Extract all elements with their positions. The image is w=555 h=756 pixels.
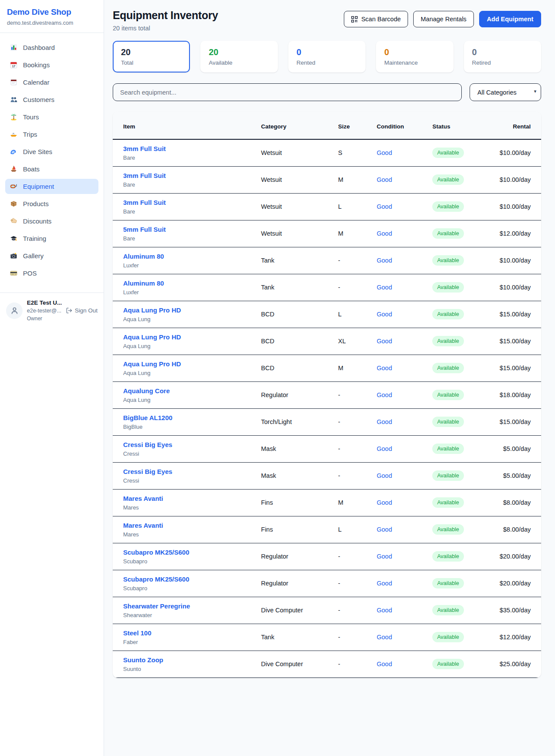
item-condition-link[interactable]: Good — [377, 176, 392, 183]
item-name-link[interactable]: Aluminum 80 — [123, 253, 164, 260]
category-select[interactable]: All Categories — [470, 83, 541, 101]
column-header-status: Status — [425, 112, 485, 139]
item-condition-link[interactable]: Good — [377, 338, 392, 345]
add-equipment-button[interactable]: Add Equipment — [479, 11, 541, 27]
sidebar-item-boats[interactable]: Boats — [5, 161, 98, 177]
item-name-link[interactable]: Aluminum 80 — [123, 279, 164, 287]
sidebar-item-training[interactable]: Training — [5, 231, 98, 246]
item-condition-link[interactable]: Good — [377, 472, 392, 479]
item-name-link[interactable]: Suunto Zoop — [123, 656, 163, 664]
sidebar-item-label: Boats — [23, 165, 39, 173]
sidebar-item-label: Customers — [23, 96, 55, 103]
item-condition-link[interactable]: Good — [377, 445, 392, 452]
item-category: Fins — [254, 489, 331, 516]
item-condition-link[interactable]: Good — [377, 365, 392, 371]
item-name-link[interactable]: BigBlue AL1200 — [123, 414, 173, 421]
item-condition-link[interactable]: Good — [377, 526, 392, 533]
table-row: 3mm Full SuitBareWetsuitMGoodAvailable$1… — [113, 166, 541, 193]
item-condition-link[interactable]: Good — [377, 284, 392, 291]
item-name-link[interactable]: Steel 100 — [123, 629, 151, 637]
sidebar-item-gallery[interactable]: Gallery — [5, 248, 98, 263]
item-name-link[interactable]: Scubapro MK25/S600 — [123, 549, 189, 556]
item-condition-link[interactable]: Good — [377, 553, 392, 560]
stat-card-available[interactable]: 20Available — [200, 41, 278, 72]
table-row: BigBlue AL1200BigBlueTorch/Light-GoodAva… — [113, 408, 541, 435]
item-condition-link[interactable]: Good — [377, 499, 392, 506]
search-input[interactable] — [113, 83, 462, 101]
item-category: Torch/Light — [254, 408, 331, 435]
sidebar-item-dashboard[interactable]: Dashboard — [5, 40, 98, 55]
item-condition-link[interactable]: Good — [377, 203, 392, 210]
item-name-link[interactable]: 5mm Full Suit — [123, 226, 166, 233]
table-row: Mares AvantiMaresFinsLGoodAvailable$8.00… — [113, 516, 541, 543]
item-name-link[interactable]: Mares Avanti — [123, 522, 163, 529]
column-header-item: Item — [113, 112, 254, 139]
item-name-link[interactable]: 3mm Full Suit — [123, 172, 166, 179]
item-rental-price: $12.00/day — [486, 624, 541, 651]
item-name-link[interactable]: Cressi Big Eyes — [123, 468, 172, 475]
item-brand: Faber — [123, 639, 247, 645]
status-badge: Available — [432, 174, 464, 185]
bar-chart-icon — [10, 44, 18, 51]
stat-value-available: 20 — [209, 47, 269, 57]
status-badge: Available — [432, 309, 464, 319]
sidebar-item-customers[interactable]: Customers — [5, 92, 98, 107]
item-name-link[interactable]: Scubapro MK25/S600 — [123, 575, 189, 583]
item-category: Tank — [254, 274, 331, 301]
sign-out-button[interactable]: Sign Out — [66, 307, 98, 314]
stat-card-maintenance[interactable]: 0Maintenance — [376, 41, 453, 72]
sidebar-item-discounts[interactable]: Discounts — [5, 214, 98, 229]
scan-barcode-button[interactable]: Scan Barcode — [344, 11, 408, 27]
item-name-link[interactable]: Shearwater Peregrine — [123, 602, 190, 610]
stat-card-rented[interactable]: 0Rented — [288, 41, 366, 72]
item-name-link[interactable]: 3mm Full Suit — [123, 199, 166, 206]
sidebar-item-trips[interactable]: Trips — [5, 127, 98, 142]
item-condition-link[interactable]: Good — [377, 418, 392, 425]
sidebar-item-products[interactable]: Products — [5, 196, 98, 211]
item-name-link[interactable]: Aqua Lung Pro HD — [123, 306, 181, 314]
item-condition-link[interactable]: Good — [377, 391, 392, 398]
item-category: BCD — [254, 301, 331, 328]
item-size: S — [331, 139, 370, 166]
item-condition-link[interactable]: Good — [377, 607, 392, 614]
stat-card-total[interactable]: 20Total — [113, 41, 190, 72]
item-name-link[interactable]: Aqua Lung Pro HD — [123, 333, 181, 341]
item-size: - — [331, 247, 370, 274]
sidebar-item-equipment[interactable]: Equipment — [5, 179, 98, 194]
item-condition-link[interactable]: Good — [377, 230, 392, 237]
header-actions: Scan Barcode Manage Rentals Add Equipmen… — [344, 11, 541, 27]
item-condition-link[interactable]: Good — [377, 257, 392, 264]
item-condition-link[interactable]: Good — [377, 311, 392, 318]
sidebar: Demo Dive Shop demo.test.divestreams.com… — [0, 0, 104, 756]
item-category: BCD — [254, 328, 331, 355]
scan-barcode-label: Scan Barcode — [361, 16, 401, 23]
item-condition-link[interactable]: Good — [377, 661, 392, 667]
sidebar-item-tours[interactable]: Tours — [5, 109, 98, 125]
column-header-condition: Condition — [370, 112, 425, 139]
stat-card-retired[interactable]: 0Retired — [464, 41, 541, 72]
sidebar-item-bookings[interactable]: 17Bookings — [5, 57, 98, 72]
item-name-link[interactable]: Cressi Big Eyes — [123, 441, 172, 448]
item-rental-price: $12.00/day — [486, 220, 541, 247]
item-name-link[interactable]: Aqua Lung Pro HD — [123, 360, 181, 368]
manage-rentals-button[interactable]: Manage Rentals — [413, 11, 474, 27]
sidebar-item-calendar[interactable]: Calendar — [5, 75, 98, 90]
user-name: E2E Test U... — [27, 299, 62, 307]
item-condition-link[interactable]: Good — [377, 634, 392, 641]
stat-value-retired: 0 — [472, 47, 533, 57]
item-name-link[interactable]: Mares Avanti — [123, 495, 163, 502]
item-name-link[interactable]: 3mm Full Suit — [123, 145, 166, 152]
item-brand: Luxfer — [123, 289, 247, 296]
sidebar-item-dive-sites[interactable]: Dive Sites — [5, 144, 98, 159]
item-name-link[interactable]: Aqualung Core — [123, 387, 170, 394]
item-condition-link[interactable]: Good — [377, 580, 392, 587]
sign-out-icon — [66, 307, 72, 314]
item-size: - — [331, 651, 370, 677]
sidebar-item-pos[interactable]: POS — [5, 266, 98, 281]
item-size: - — [331, 462, 370, 489]
sidebar-item-label: Dashboard — [23, 44, 55, 51]
item-category: Regulator — [254, 543, 331, 570]
item-rental-price: $8.00/day — [486, 516, 541, 543]
item-condition-link[interactable]: Good — [377, 149, 392, 156]
item-rental-price: $8.00/day — [486, 489, 541, 516]
